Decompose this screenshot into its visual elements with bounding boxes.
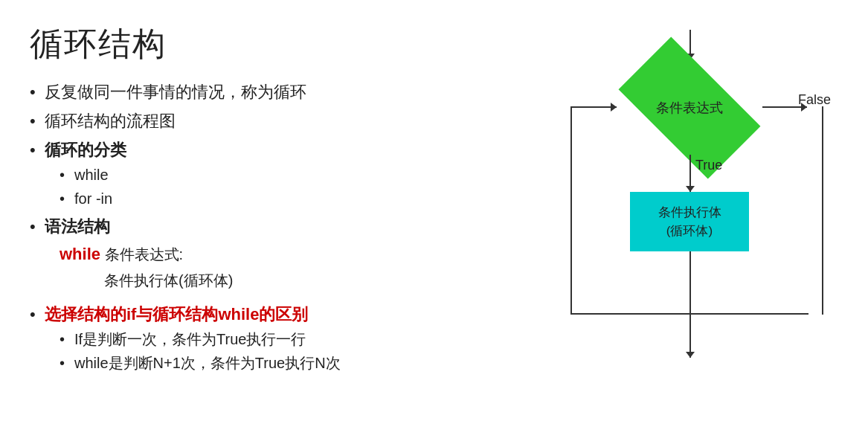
list-item: 选择结构的if与循环结构while的区别 If是判断一次，条件为True执行一行… (30, 302, 541, 374)
list-item: 反复做同一件事情的情况，称为循环 (30, 80, 541, 104)
list-item: 循环的分类 while for -in (30, 138, 541, 210)
arrow-exec-down (689, 251, 691, 313)
sub-list: If是判断一次，条件为True执行一行 while是判断N+1次，条件为True… (60, 328, 541, 374)
exec-box-text: 条件执行体 (循环体) (658, 203, 721, 241)
flowchart-container: 条件表达式 False True 条件执行体 (循环体) (556, 22, 838, 429)
while-keyword: while (60, 245, 100, 263)
exec-box: 条件执行体 (循环体) (630, 192, 749, 251)
arrow-back-left (570, 106, 572, 313)
bullet-text-bold-red: 选择结构的if与循环结构while的区别 (45, 305, 308, 324)
list-item: while (60, 164, 541, 186)
flowchart: 条件表达式 False True 条件执行体 (循环体) (570, 30, 823, 431)
list-item: for -in (60, 187, 541, 210)
syntax-line1: 条件表达式: (100, 246, 183, 263)
sub-list: while for -in (60, 164, 541, 210)
exec-box-line1: 条件执行体 (658, 205, 721, 219)
syntax-block: while 条件表达式: 条件执行体(循环体) (60, 240, 541, 293)
exec-box-line2: (循环体) (666, 224, 713, 238)
list-item: 语法结构 while 条件表达式: 条件执行体(循环体) (30, 214, 541, 293)
arrow-false-down (822, 106, 823, 315)
diamond-container: 条件表达式 (615, 59, 764, 156)
true-label: True (695, 158, 722, 173)
page-title: 循环结构 (30, 22, 541, 66)
list-item: 循环结构的流程图 (30, 109, 541, 133)
bullet-text: 循环结构的流程图 (45, 112, 176, 130)
sub-bullet-text: while是判断N+1次，条件为True执行N次 (74, 355, 341, 371)
main-container: 循环结构 反复做同一件事情的情况，称为循环 循环结构的流程图 循环的分类 whi… (0, 0, 868, 444)
bullet-list: 反复做同一件事情的情况，称为循环 循环结构的流程图 循环的分类 while fo… (30, 80, 541, 374)
left-content: 循环结构 反复做同一件事情的情况，称为循环 循环结构的流程图 循环的分类 whi… (30, 22, 556, 429)
list-item: If是判断一次，条件为True执行一行 (60, 328, 541, 350)
sub-bullet-text: If是判断一次，条件为True执行一行 (74, 331, 306, 347)
bullet-text: 反复做同一件事情的情况，称为循环 (45, 83, 306, 101)
list-item: while是判断N+1次，条件为True执行N次 (60, 352, 541, 374)
bullet-text-bold: 循环的分类 (45, 141, 126, 159)
bullet-text-content: 选择结构的if与循环结构while的区别 (45, 305, 308, 324)
bullet-text-bold: 语法结构 (45, 217, 110, 236)
arrow-final (689, 313, 691, 358)
sub-bullet-text: while (74, 167, 109, 183)
arrow-back-horiz (570, 106, 617, 108)
syntax-indent: 条件执行体(循环体) (104, 268, 541, 293)
arrow-false-right (762, 106, 807, 108)
arrow-true-down (689, 155, 691, 192)
sub-bullet-text: for -in (74, 190, 112, 207)
